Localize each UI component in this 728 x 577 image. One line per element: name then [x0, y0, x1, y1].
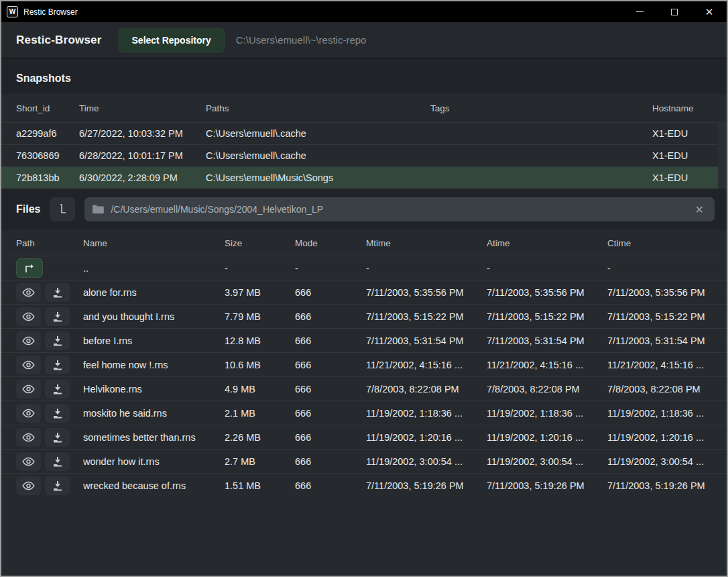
file-mode: 666 [295, 480, 366, 491]
download-icon [52, 335, 63, 346]
file-ctime: 11/19/2002, 1:20:16 ... [607, 432, 720, 443]
file-atime: 7/8/2003, 8:22:08 PM [487, 384, 607, 395]
download-icon [52, 311, 63, 322]
file-ctime: 7/8/2003, 8:22:08 PM [607, 384, 720, 395]
preview-file-button[interactable] [16, 404, 41, 423]
file-mode: 666 [295, 384, 366, 395]
file-mtime: 7/11/2003, 5:31:54 PM [366, 335, 487, 346]
download-icon [52, 408, 63, 419]
snapshot-hostname: X1-EDU [652, 150, 716, 161]
snapshot-hostname: X1-EDU [652, 128, 716, 139]
file-row: moskito he said.rns 2.1 MB 666 11/19/200… [1, 401, 727, 425]
file-row: Helvikone.rns 4.9 MB 666 7/8/2003, 8:22:… [1, 376, 727, 401]
app-icon: W [7, 6, 18, 17]
file-size: 2.26 MB [225, 432, 295, 443]
snapshots-scrollbar-gutter[interactable] [718, 122, 727, 189]
folder-icon [93, 205, 104, 214]
file-name: wonder how it.rns [83, 456, 225, 467]
app-header: Restic-Browser Select Repository C:\User… [1, 22, 727, 59]
download-file-button[interactable] [45, 476, 70, 495]
snapshots-table-header: Short_id Time Paths Tags Hostname [1, 94, 727, 122]
eye-icon [22, 433, 35, 442]
file-size: 10.6 MB [225, 360, 295, 370]
preview-file-button[interactable] [16, 476, 41, 495]
maximize-button[interactable] [657, 1, 692, 22]
parent-directory-arrow-icon [23, 264, 36, 273]
snapshot-short-id: 76306869 [16, 150, 79, 161]
close-icon: ✕ [705, 7, 714, 17]
titlebar-title: Restic Browser [23, 7, 622, 17]
column-header-tags: Tags [430, 103, 652, 113]
file-mode: 666 [295, 335, 366, 346]
download-file-button[interactable] [45, 428, 70, 447]
download-file-button[interactable] [45, 452, 70, 471]
file-mtime: 7/11/2003, 5:19:26 PM [366, 480, 487, 491]
snapshot-row[interactable]: 76306869 6/28/2022, 10:01:17 PM C:\Users… [1, 144, 727, 166]
parent-row-mode: - [295, 263, 366, 274]
file-mode: 666 [295, 287, 366, 298]
snapshot-hostname: X1-EDU [652, 172, 716, 183]
column-header-path: Path [16, 238, 83, 248]
file-mtime: 11/19/2002, 1:18:36 ... [366, 408, 487, 419]
file-mode: 666 [295, 360, 366, 370]
file-name: and you thought I.rns [83, 311, 225, 322]
window-controls: ✕ [622, 1, 727, 22]
preview-file-button[interactable] [16, 331, 41, 350]
close-button[interactable]: ✕ [692, 1, 727, 22]
snapshots-table: Short_id Time Paths Tags Hostname a2299a… [1, 94, 727, 189]
files-table: Path Name Size Mode Mtime Atime Ctime ..… [1, 230, 727, 576]
column-header-ctime: Ctime [607, 238, 720, 248]
minimize-button[interactable] [622, 1, 657, 22]
preview-file-button[interactable] [16, 307, 41, 326]
preview-file-button[interactable] [16, 380, 41, 399]
file-ctime: 7/11/2003, 5:15:22 PM [607, 311, 720, 322]
eye-icon [22, 481, 35, 490]
go-to-parent-button[interactable] [16, 258, 43, 278]
snapshot-time: 6/30/2022, 2:28:09 PM [79, 172, 206, 183]
snapshot-time: 6/27/2022, 10:03:32 PM [79, 128, 206, 139]
snapshot-row[interactable]: a2299af6 6/27/2022, 10:03:32 PM C:\Users… [1, 122, 727, 144]
file-rows: alone for.rns 3.97 MB 666 7/11/2003, 5:3… [1, 280, 727, 497]
download-icon [52, 384, 63, 395]
file-name: alone for.rns [83, 287, 225, 298]
download-file-button[interactable] [45, 404, 70, 423]
download-file-button[interactable] [45, 307, 70, 326]
parent-row-mtime: - [366, 263, 487, 274]
titlebar: W Restic Browser ✕ [1, 1, 727, 22]
download-file-button[interactable] [45, 380, 70, 399]
select-repository-button[interactable]: Select Repository [118, 28, 225, 53]
preview-file-button[interactable] [16, 428, 41, 447]
preview-file-button[interactable] [16, 452, 41, 471]
file-mtime: 11/19/2002, 1:20:16 ... [366, 432, 487, 443]
preview-file-button[interactable] [16, 283, 41, 302]
file-ctime: 11/19/2002, 3:00:54 ... [607, 456, 720, 467]
clear-path-icon[interactable]: ✕ [692, 203, 707, 216]
file-mtime: 11/21/2002, 4:15:16 ... [366, 360, 487, 370]
download-file-button[interactable] [45, 283, 70, 302]
download-file-button[interactable] [45, 331, 70, 350]
file-size: 2.7 MB [225, 456, 295, 467]
current-path-bar[interactable]: /C/Users/emuell/Music/Songs/2004_Helveti… [84, 197, 715, 221]
tree-view-toggle-button[interactable] [50, 197, 75, 221]
parent-row-ctime: - [607, 263, 720, 274]
file-size: 7.79 MB [225, 311, 295, 322]
snapshots-section: Snapshots [1, 59, 727, 94]
minimize-icon [636, 11, 644, 12]
repository-path: C:\Users\emuell\~\restic-repo [236, 34, 367, 46]
column-header-paths: Paths [206, 103, 430, 113]
eye-icon [22, 360, 35, 370]
file-mode: 666 [295, 311, 366, 322]
download-icon [52, 432, 63, 443]
download-icon [52, 287, 63, 298]
files-bar: Files /C/Users/emuell/Music/Songs/2004_H… [1, 189, 727, 230]
parent-directory-row: .. - - - - - [1, 256, 727, 280]
file-ctime: 11/21/2002, 4:15:16 ... [607, 360, 720, 370]
file-mtime: 11/19/2002, 3:00:54 ... [366, 456, 487, 467]
eye-icon [22, 312, 35, 321]
file-ctime: 7/11/2003, 5:35:56 PM [607, 287, 720, 298]
snapshot-row[interactable]: 72b813bb 6/30/2022, 2:28:09 PM C:\Users\… [1, 166, 727, 189]
app-window: W Restic Browser ✕ Restic-Browser Select… [0, 0, 728, 577]
download-file-button[interactable] [45, 356, 70, 374]
snapshot-time: 6/28/2022, 10:01:17 PM [79, 150, 206, 161]
preview-file-button[interactable] [16, 356, 41, 374]
